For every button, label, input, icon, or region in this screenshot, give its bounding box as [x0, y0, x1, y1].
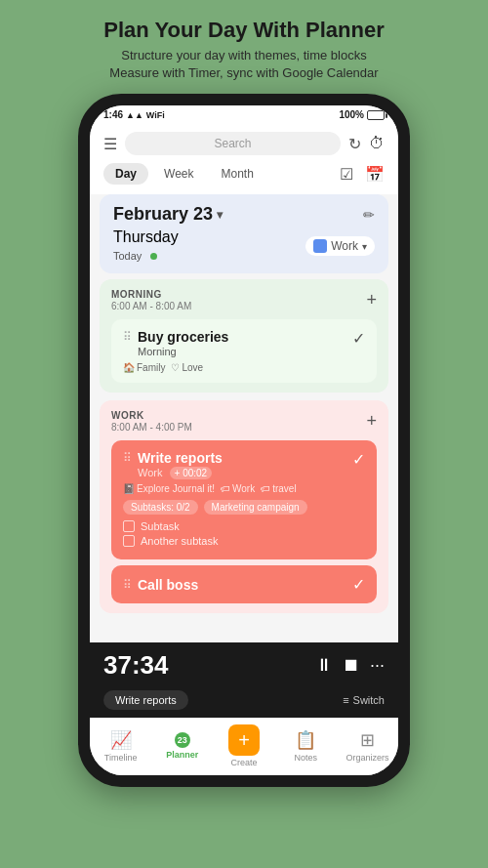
- app-title: Plan Your Day With Planner: [20, 18, 468, 43]
- nav-item-create[interactable]: + Create: [213, 724, 274, 767]
- morning-task-subtitle: Morning: [138, 346, 352, 357]
- wifi-icon: WiFi: [146, 110, 165, 120]
- workspace-badge[interactable]: Work ▾: [305, 236, 375, 256]
- morning-task-title: Buy groceries: [138, 329, 352, 345]
- tab-week[interactable]: Week: [152, 163, 205, 185]
- period-tabs: Day Week Month ☑ 📅: [90, 163, 398, 194]
- subtask-label-1: Subtask: [141, 520, 180, 532]
- work-add-button[interactable]: +: [366, 411, 377, 432]
- write-reports-task: ⠿ Write reports Work + 00:02 ✓: [111, 440, 377, 559]
- organizers-label: Organizers: [346, 753, 388, 763]
- morning-block-info: MORNING 6:00 AM - 8:00 AM: [111, 289, 191, 311]
- morning-add-button[interactable]: +: [366, 290, 377, 310]
- work-block-time: 8:00 AM - 4:00 PM: [111, 422, 192, 433]
- timer-more-button[interactable]: ···: [370, 655, 385, 676]
- calendar-icon[interactable]: 📅: [365, 165, 385, 184]
- work-block: WORK 8:00 AM - 4:00 PM + ⠿ Write reports: [100, 400, 388, 613]
- subtask-item-2: Another subtask: [123, 535, 365, 547]
- tag-work-label: Work: [232, 483, 255, 494]
- write-reports-row: ⠿ Write reports Work + 00:02 ✓: [123, 450, 365, 478]
- timer-switch-button[interactable]: ≡ Switch: [343, 694, 385, 706]
- tab-day[interactable]: Day: [103, 163, 148, 185]
- time-display: 1:46: [103, 109, 123, 120]
- tag-love-label: Love: [182, 362, 203, 373]
- morning-task-content: Buy groceries Morning: [138, 329, 352, 357]
- hamburger-icon[interactable]: ☰: [103, 135, 117, 153]
- marketing-chip: Marketing campaign: [204, 500, 307, 515]
- subtask-checkbox-1[interactable]: [123, 520, 135, 532]
- nav-item-notes[interactable]: 📋 Notes: [275, 729, 337, 763]
- nav-item-timeline[interactable]: 📈 Timeline: [90, 729, 151, 763]
- tag-work: 🏷 Work: [221, 483, 255, 494]
- write-reports-check[interactable]: ✓: [352, 450, 365, 469]
- call-boss-task: ⠿ Call boss ✓: [111, 565, 377, 603]
- date-row: February 23 ▾ ✏: [113, 204, 375, 225]
- drag-handle-icon: ⠿: [123, 330, 132, 344]
- app-header: Plan Your Day With Planner Structure you…: [0, 0, 488, 94]
- date-edit-icon[interactable]: ✏: [363, 207, 375, 223]
- phone-screen: 1:46 ▲▲ WiFi 100% ☰ Search ↻ ⏱ Day Week …: [90, 105, 398, 775]
- nav-item-organizers[interactable]: ⊞ Organizers: [337, 729, 398, 763]
- status-bar: 1:46 ▲▲ WiFi 100%: [90, 105, 398, 124]
- timer-task-row: Write reports ≡ Switch: [90, 688, 398, 718]
- search-placeholder: Search: [214, 137, 251, 150]
- morning-task-card: ⠿ Buy groceries Morning ✓ 🏠 Family: [111, 319, 377, 383]
- subtask-checkbox-2[interactable]: [123, 535, 135, 547]
- app-subtitle: Structure your day with themes, time blo…: [20, 47, 468, 82]
- timer-task-label[interactable]: Write reports: [103, 690, 188, 710]
- nav-item-planner[interactable]: 23 Planner: [151, 732, 213, 760]
- day-today: Thursday Today: [113, 228, 179, 264]
- refresh-icon[interactable]: ↻: [348, 135, 361, 153]
- timer-controls: ⏸ ⏹ ···: [315, 655, 385, 676]
- top-nav: ☰ Search ↻ ⏱: [90, 124, 398, 163]
- day-name: Thursday: [113, 228, 179, 245]
- write-reports-tags: 📓 Explore Journal it! 🏷 Work 🏷 travel: [123, 483, 365, 494]
- work-block-header: WORK 8:00 AM - 4:00 PM +: [111, 410, 377, 433]
- work-block-label: WORK: [111, 410, 192, 421]
- timer-bar: 37:34 ⏸ ⏹ ···: [90, 642, 398, 688]
- write-reports-content: Write reports Work + 00:02: [138, 450, 352, 478]
- timeline-label: Timeline: [104, 753, 138, 763]
- family-icon: 🏠: [123, 362, 135, 373]
- notes-label: Notes: [294, 753, 317, 763]
- date-chevron-icon[interactable]: ▾: [217, 208, 223, 222]
- main-scroll: MORNING 6:00 AM - 8:00 AM + ⠿ Buy grocer…: [90, 279, 398, 642]
- call-boss-check[interactable]: ✓: [352, 575, 365, 594]
- tag-journal-label: Explore Journal it!: [137, 483, 215, 494]
- status-bar-left: 1:46 ▲▲ WiFi: [103, 109, 165, 120]
- bottom-nav: 📈 Timeline 23 Planner + Create 📋 Notes ⊞…: [90, 718, 398, 775]
- journal-icon: 📓: [123, 483, 135, 494]
- drag-handle-boss-icon: ⠿: [123, 578, 132, 592]
- day-row: Thursday Today Work ▾: [113, 228, 375, 264]
- create-button[interactable]: +: [228, 724, 260, 756]
- tag-love: ♡ Love: [171, 362, 203, 373]
- morning-task-check[interactable]: ✓: [352, 329, 365, 348]
- checklist-icon[interactable]: ☑: [340, 165, 353, 184]
- planner-label: Planner: [166, 750, 198, 760]
- status-bar-right: 100%: [339, 109, 385, 120]
- tag-travel: 🏷 travel: [261, 483, 296, 494]
- today-label: Today: [113, 250, 142, 262]
- tag-family-label: Family: [137, 362, 165, 373]
- workspace-icon: [313, 239, 327, 253]
- subtask-item-1: Subtask: [123, 520, 365, 532]
- organizers-icon: ⊞: [360, 729, 375, 751]
- switch-label: Switch: [353, 694, 385, 706]
- notes-icon: 📋: [295, 729, 316, 751]
- phone-frame: 1:46 ▲▲ WiFi 100% ☰ Search ↻ ⏱ Day Week …: [78, 94, 410, 787]
- timer-pause-button[interactable]: ⏸: [315, 655, 333, 676]
- tab-month[interactable]: Month: [209, 163, 264, 185]
- timer-icon[interactable]: ⏱: [369, 135, 385, 152]
- search-bar[interactable]: Search: [125, 132, 341, 155]
- battery-icon: [367, 110, 385, 120]
- timer-stop-button[interactable]: ⏹: [343, 655, 360, 676]
- morning-block-header: MORNING 6:00 AM - 8:00 AM +: [111, 289, 377, 311]
- morning-task-row: ⠿ Buy groceries Morning ✓: [123, 329, 365, 357]
- switch-icon: ≡: [343, 694, 348, 706]
- love-icon: ♡: [171, 362, 180, 373]
- morning-block-label: MORNING: [111, 289, 191, 300]
- morning-task-tags: 🏠 Family ♡ Love: [123, 362, 365, 373]
- timeline-icon: 📈: [110, 729, 132, 751]
- workspace-chevron-icon: ▾: [362, 241, 367, 252]
- call-boss-title: Call boss: [138, 577, 198, 593]
